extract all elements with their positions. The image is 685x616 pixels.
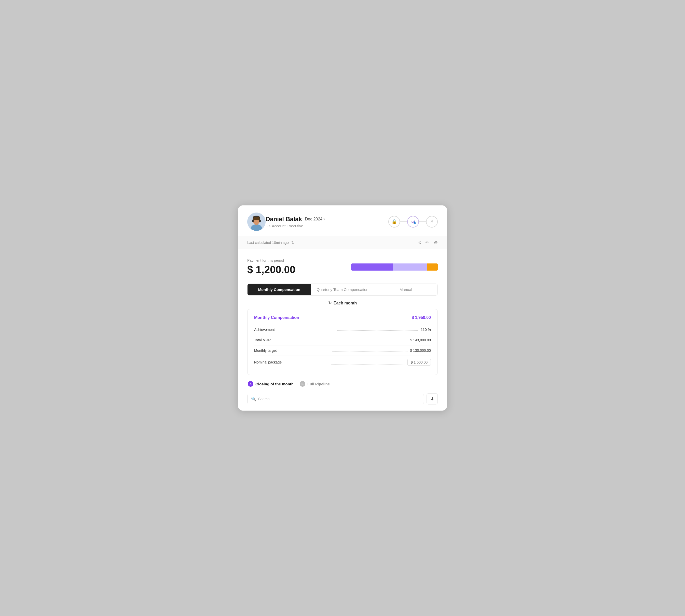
tab-quarterly-compensation[interactable]: Quarterly Team Compensation bbox=[311, 284, 374, 295]
header-name-row: Daniel Balak Dec 2024 ▾ bbox=[265, 216, 388, 223]
comp-total-value: $ 1,950.00 bbox=[411, 315, 431, 320]
edit-icon[interactable]: ✏ bbox=[426, 240, 429, 245]
comp-row-value: $ 143,000.00 bbox=[410, 338, 431, 342]
search-icon: 🔍 bbox=[251, 397, 256, 401]
toolbar-right: € ✏ ⊕ bbox=[419, 240, 438, 245]
payment-progress-bar bbox=[351, 263, 438, 270]
period-row: ↻ Each month bbox=[247, 295, 438, 309]
comp-card-title: Monthly Compensation bbox=[254, 315, 299, 320]
payment-left: Payment for this period $ 1,200.00 bbox=[247, 258, 341, 276]
period-selector[interactable]: Dec 2024 ▾ bbox=[305, 217, 325, 221]
search-row: 🔍 ⬇ bbox=[247, 393, 438, 411]
step-lock[interactable]: 🔒 bbox=[388, 216, 400, 227]
bar-segment-3 bbox=[427, 263, 438, 270]
sub-tab-badge-a: A bbox=[248, 381, 253, 387]
last-calculated-text: Last calculated 10min ago bbox=[247, 241, 289, 245]
add-icon[interactable]: ⊕ bbox=[434, 240, 438, 245]
bar-segment-2 bbox=[393, 263, 427, 270]
comp-row-nominal-package: Nominal package $ 1,600.00 bbox=[254, 356, 431, 369]
svg-rect-7 bbox=[259, 220, 261, 222]
step-check-user[interactable]: 👤 bbox=[407, 216, 419, 227]
tab-manual[interactable]: Manual bbox=[374, 284, 437, 295]
chevron-down-icon: ▾ bbox=[323, 217, 325, 221]
period-repeat-icon: ↻ bbox=[328, 301, 331, 305]
payment-amount: $ 1,200.00 bbox=[247, 264, 341, 276]
main-content: Payment for this period $ 1,200.00 Month… bbox=[238, 249, 447, 411]
comp-row-monthly-target: Monthly target $ 130,000.00 bbox=[254, 346, 431, 356]
sub-tab-badge-b: B bbox=[300, 381, 305, 387]
comp-row-label: Achievement bbox=[254, 328, 335, 332]
comp-row-dots bbox=[331, 364, 405, 365]
bar-segment-1 bbox=[351, 263, 393, 270]
sub-tab-pipeline[interactable]: B Full Pipeline bbox=[300, 381, 330, 389]
toolbar-left: Last calculated 10min ago ↻ bbox=[247, 240, 419, 245]
status-steps: 🔒 👤 $ bbox=[388, 216, 438, 227]
comp-row-value-boxed: $ 1,600.00 bbox=[407, 359, 431, 366]
comp-header-row: Monthly Compensation $ 1,950.00 bbox=[254, 315, 431, 320]
svg-rect-6 bbox=[252, 220, 254, 222]
comp-row-dots bbox=[332, 341, 407, 341]
svg-text:👤: 👤 bbox=[413, 221, 416, 224]
comp-row-value: 110 % bbox=[421, 328, 431, 332]
period-label: Each month bbox=[334, 301, 357, 305]
step-line-1 bbox=[400, 221, 407, 222]
currency-icon[interactable]: € bbox=[419, 240, 421, 245]
comp-row-value: $ 130,000.00 bbox=[410, 349, 431, 353]
sub-tabs: A Closing of the month B Full Pipeline bbox=[247, 381, 438, 389]
comp-row-label: Nominal package bbox=[254, 360, 328, 364]
comp-row-dots bbox=[332, 351, 407, 352]
user-name: Daniel Balak bbox=[265, 216, 302, 223]
main-tabs: Monthly Compensation Quarterly Team Comp… bbox=[247, 284, 438, 295]
user-role: UK Account Executive bbox=[265, 224, 388, 228]
header: Daniel Balak Dec 2024 ▾ UK Account Execu… bbox=[238, 205, 447, 236]
comp-row-label: Total MRR bbox=[254, 338, 329, 342]
sub-tab-closing[interactable]: A Closing of the month bbox=[248, 381, 294, 389]
comp-row-achievement: Achievement 110 % bbox=[254, 325, 431, 335]
refresh-icon[interactable]: ↻ bbox=[291, 240, 295, 245]
avatar bbox=[247, 213, 265, 231]
step-line-2 bbox=[419, 221, 426, 222]
download-button[interactable]: ⬇ bbox=[427, 393, 438, 404]
main-card: Daniel Balak Dec 2024 ▾ UK Account Execu… bbox=[238, 205, 447, 411]
payment-section: Payment for this period $ 1,200.00 bbox=[247, 258, 438, 276]
comp-row-total-mrr: Total MRR $ 143,000.00 bbox=[254, 335, 431, 346]
header-info: Daniel Balak Dec 2024 ▾ UK Account Execu… bbox=[265, 216, 388, 228]
sub-tab-pipeline-label: Full Pipeline bbox=[307, 382, 330, 386]
compensation-card: Monthly Compensation $ 1,950.00 Achievem… bbox=[247, 309, 438, 375]
search-input[interactable] bbox=[258, 397, 420, 401]
svg-rect-5 bbox=[253, 218, 260, 220]
sub-tab-closing-label: Closing of the month bbox=[255, 382, 294, 386]
comp-row-dots bbox=[337, 330, 418, 331]
toolbar: Last calculated 10min ago ↻ € ✏ ⊕ bbox=[238, 236, 447, 249]
comp-row-label: Monthly target bbox=[254, 349, 329, 353]
tab-monthly-compensation[interactable]: Monthly Compensation bbox=[248, 284, 311, 295]
step-dollar[interactable]: $ bbox=[426, 216, 438, 227]
search-box: 🔍 bbox=[247, 394, 424, 404]
payment-label: Payment for this period bbox=[247, 258, 341, 262]
